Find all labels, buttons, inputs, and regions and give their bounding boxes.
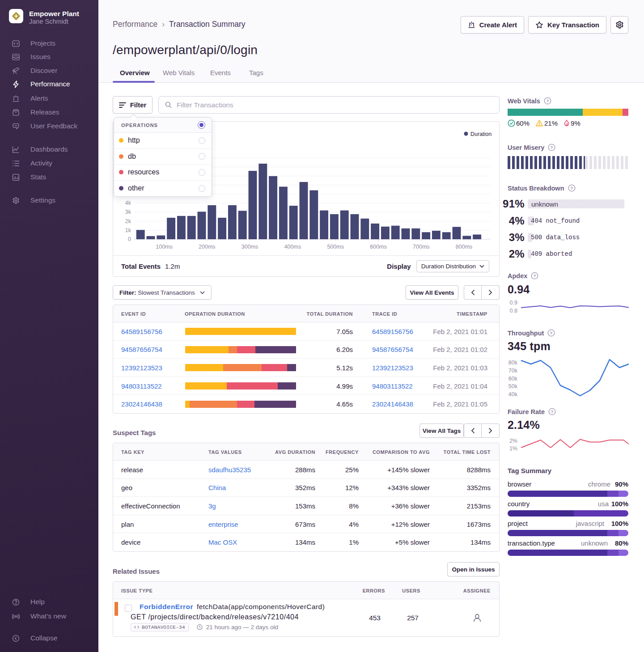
svg-text:1k: 1k bbox=[125, 227, 131, 233]
svg-text:60k: 60k bbox=[508, 376, 518, 382]
svg-text:1%: 1% bbox=[509, 445, 517, 452]
svg-text:0.9: 0.9 bbox=[510, 300, 517, 306]
svg-text:70k: 70k bbox=[508, 368, 518, 374]
svg-text:200ms: 200ms bbox=[199, 244, 216, 250]
svg-text:4k: 4k bbox=[125, 200, 131, 206]
svg-text:?: ? bbox=[551, 145, 553, 150]
svg-text:0.8: 0.8 bbox=[510, 308, 517, 314]
svg-text:2k: 2k bbox=[125, 218, 131, 224]
svg-text:700ms: 700ms bbox=[413, 244, 430, 250]
svg-text:?: ? bbox=[546, 98, 549, 103]
svg-text:400ms: 400ms bbox=[284, 244, 301, 250]
svg-text:300ms: 300ms bbox=[242, 244, 258, 250]
svg-text:2%: 2% bbox=[509, 438, 517, 444]
svg-text:800ms: 800ms bbox=[456, 244, 473, 250]
svg-text:600ms: 600ms bbox=[370, 244, 387, 250]
svg-text:?: ? bbox=[534, 273, 536, 278]
svg-text:500ms: 500ms bbox=[327, 244, 344, 250]
svg-text:100ms: 100ms bbox=[156, 244, 173, 250]
svg-text:?: ? bbox=[550, 330, 553, 335]
svg-text:3k: 3k bbox=[125, 209, 131, 215]
svg-text:Duration: Duration bbox=[470, 131, 491, 137]
svg-text:80k: 80k bbox=[508, 360, 518, 366]
svg-text:40k: 40k bbox=[508, 391, 518, 398]
svg-text:?: ? bbox=[551, 409, 554, 414]
svg-text:0: 0 bbox=[128, 236, 131, 242]
svg-text:50k: 50k bbox=[508, 383, 518, 390]
svg-text:?: ? bbox=[570, 186, 573, 191]
